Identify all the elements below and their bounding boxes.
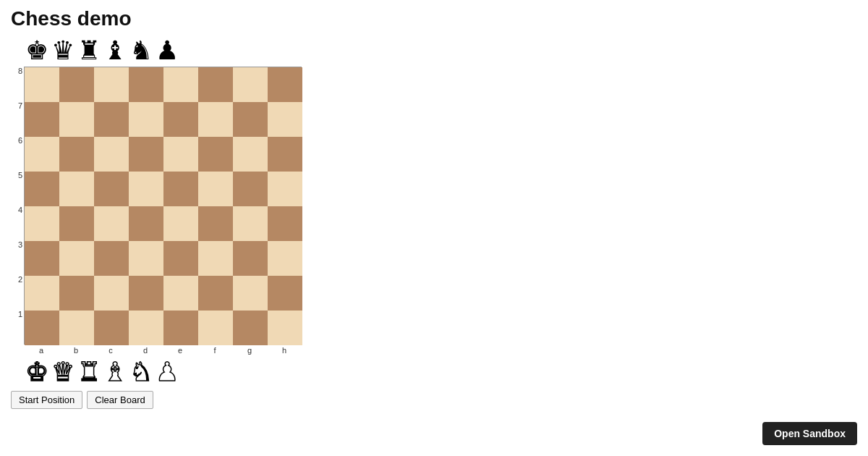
square-h5[interactable] — [268, 172, 302, 206]
bottom-rook-piece[interactable]: ♜ — [77, 359, 101, 385]
square-a1[interactable] — [25, 311, 59, 345]
square-g1[interactable] — [233, 311, 268, 345]
square-g5[interactable] — [233, 172, 268, 206]
square-c3[interactable] — [94, 241, 129, 276]
bottom-queen-piece[interactable]: ♛ — [51, 359, 75, 385]
square-c2[interactable] — [94, 276, 129, 311]
rank-label-2: 2 — [11, 275, 24, 310]
file-label-c: c — [93, 345, 128, 355]
square-g2[interactable] — [233, 276, 268, 311]
square-c1[interactable] — [94, 311, 129, 345]
square-f4[interactable] — [198, 206, 233, 241]
bottom-piece-tray: ♚♛♜♝♞♟ — [11, 359, 857, 385]
square-d7[interactable] — [129, 102, 163, 137]
square-h2[interactable] — [268, 276, 302, 311]
top-knight-piece[interactable]: ♞ — [129, 38, 153, 64]
square-e5[interactable] — [163, 172, 198, 206]
square-d2[interactable] — [129, 276, 163, 311]
square-d6[interactable] — [129, 137, 163, 172]
square-a3[interactable] — [25, 241, 59, 276]
rank-label-3: 3 — [11, 240, 24, 275]
file-label-e: e — [163, 345, 197, 355]
square-b7[interactable] — [59, 102, 94, 137]
bottom-pawn-piece[interactable]: ♟ — [156, 359, 179, 385]
square-h1[interactable] — [268, 311, 302, 345]
file-label-b: b — [59, 345, 93, 355]
square-g8[interactable] — [233, 67, 268, 102]
square-a5[interactable] — [25, 172, 59, 206]
rank-label-4: 4 — [11, 206, 24, 240]
square-f8[interactable] — [198, 67, 233, 102]
square-b3[interactable] — [59, 241, 94, 276]
square-a8[interactable] — [25, 67, 59, 102]
rank-label-5: 5 — [11, 171, 24, 206]
square-c8[interactable] — [94, 67, 129, 102]
clear-board-button[interactable]: Clear Board — [87, 391, 153, 409]
square-c6[interactable] — [94, 137, 129, 172]
bottom-bishop-piece[interactable]: ♝ — [103, 359, 127, 385]
square-g6[interactable] — [233, 137, 268, 172]
square-c7[interactable] — [94, 102, 129, 137]
square-e8[interactable] — [163, 67, 198, 102]
square-e1[interactable] — [163, 311, 198, 345]
square-f2[interactable] — [198, 276, 233, 311]
top-pawn-piece[interactable]: ♟ — [156, 38, 179, 64]
top-queen-piece[interactable]: ♛ — [51, 38, 75, 64]
file-label-g: g — [232, 345, 267, 355]
open-sandbox-button[interactable]: Open Sandbox — [762, 422, 857, 445]
start-position-button[interactable]: Start Position — [11, 391, 82, 409]
square-e4[interactable] — [163, 206, 198, 241]
square-f3[interactable] — [198, 241, 233, 276]
square-e6[interactable] — [163, 137, 198, 172]
square-f5[interactable] — [198, 172, 233, 206]
square-f1[interactable] — [198, 311, 233, 345]
square-f6[interactable] — [198, 137, 233, 172]
square-a7[interactable] — [25, 102, 59, 137]
square-d4[interactable] — [129, 206, 163, 241]
square-h7[interactable] — [268, 102, 302, 137]
square-h4[interactable] — [268, 206, 302, 241]
top-king-piece[interactable]: ♚ — [25, 38, 48, 64]
square-f7[interactable] — [198, 102, 233, 137]
square-a4[interactable] — [25, 206, 59, 241]
bottom-king-piece[interactable]: ♚ — [25, 359, 48, 385]
square-d3[interactable] — [129, 241, 163, 276]
square-d5[interactable] — [129, 172, 163, 206]
square-e3[interactable] — [163, 241, 198, 276]
square-h6[interactable] — [268, 137, 302, 172]
square-g3[interactable] — [233, 241, 268, 276]
chessboard[interactable] — [24, 67, 302, 345]
square-a6[interactable] — [25, 137, 59, 172]
rank-label-7: 7 — [11, 101, 24, 136]
square-h8[interactable] — [268, 67, 302, 102]
square-b8[interactable] — [59, 67, 94, 102]
square-e2[interactable] — [163, 276, 198, 311]
top-piece-tray: ♚♛♜♝♞♟ — [11, 38, 857, 64]
rank-label-8: 8 — [11, 67, 24, 101]
top-bishop-piece[interactable]: ♝ — [103, 38, 127, 64]
file-label-a: a — [24, 345, 59, 355]
square-h3[interactable] — [268, 241, 302, 276]
square-b2[interactable] — [59, 276, 94, 311]
square-a2[interactable] — [25, 276, 59, 311]
square-b4[interactable] — [59, 206, 94, 241]
square-d1[interactable] — [129, 311, 163, 345]
square-c4[interactable] — [94, 206, 129, 241]
square-e7[interactable] — [163, 102, 198, 137]
bottom-knight-piece[interactable]: ♞ — [129, 359, 153, 385]
file-label-d: d — [128, 345, 163, 355]
rank-label-1: 1 — [11, 310, 24, 345]
square-b1[interactable] — [59, 311, 94, 345]
page-title: Chess demo — [11, 7, 857, 30]
square-g7[interactable] — [233, 102, 268, 137]
square-b6[interactable] — [59, 137, 94, 172]
rank-label-6: 6 — [11, 136, 24, 171]
file-label-f: f — [197, 345, 232, 355]
file-label-h: h — [267, 345, 302, 355]
square-g4[interactable] — [233, 206, 268, 241]
square-d8[interactable] — [129, 67, 163, 102]
top-rook-piece[interactable]: ♜ — [77, 38, 101, 64]
square-b5[interactable] — [59, 172, 94, 206]
square-c5[interactable] — [94, 172, 129, 206]
